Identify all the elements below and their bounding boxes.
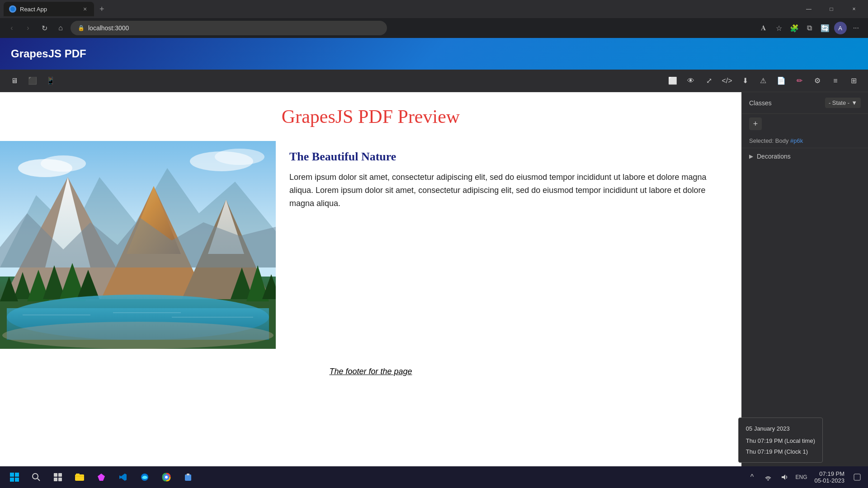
panel-header: Classes - State - ▼ [742, 92, 868, 114]
taskbar-right: ^ ENG 07:19 PM 05-01-2023 [745, 469, 864, 486]
network-icon[interactable] [761, 470, 775, 484]
svg-point-29 [215, 149, 264, 165]
favorites-icon[interactable]: ☆ [773, 22, 785, 34]
page-footer: The footer for the page [0, 358, 741, 385]
app-header: GrapesJS PDF [0, 38, 868, 70]
svg-point-27 [41, 155, 86, 172]
svg-marker-42 [98, 474, 105, 481]
svg-rect-39 [58, 478, 62, 481]
svg-rect-32 [10, 478, 14, 482]
maximize-btn[interactable]: □ [821, 2, 842, 16]
svg-marker-49 [782, 474, 785, 480]
state-dropdown[interactable]: - State - ▼ [825, 98, 861, 108]
taskbar-clipboard-icon[interactable] [177, 466, 199, 488]
content-body: Lorem ipsum dolor sit amet, consectetur … [289, 171, 728, 210]
svg-rect-37 [58, 473, 62, 477]
start-btn[interactable] [4, 466, 25, 488]
chevron-right-icon: ▶ [749, 153, 753, 160]
volume-icon[interactable] [777, 470, 792, 484]
toolbar-left: 🖥 ⬛ 📱 [7, 74, 58, 88]
read-mode-icon[interactable]: 𝐀 [757, 22, 770, 34]
svg-rect-30 [10, 473, 14, 477]
clock-area[interactable]: 07:19 PM 05-01-2023 [811, 469, 849, 486]
window-controls: — □ × [798, 2, 864, 16]
system-tray-expand-icon[interactable]: ^ [745, 470, 759, 484]
taskbar-file-manager-icon[interactable] [69, 466, 90, 488]
app-title: GrapesJS PDF [11, 47, 86, 60]
tab-close-btn[interactable]: × [81, 5, 89, 13]
selected-info: Selected: Body #p6k [742, 134, 868, 148]
extensions-icon[interactable]: 🧩 [788, 22, 801, 34]
svg-rect-33 [15, 478, 19, 482]
new-tab-btn[interactable]: + [96, 3, 108, 16]
lock-icon: 🔒 [78, 25, 85, 31]
mobile-view-btn[interactable]: 📱 [43, 74, 58, 88]
panel-classes-label: Classes [749, 99, 772, 107]
svg-line-35 [38, 479, 40, 481]
canvas-content: GrapesJS PDF Preview [0, 92, 741, 488]
tab-favicon [9, 5, 16, 13]
svg-rect-47 [187, 474, 189, 475]
svg-rect-31 [15, 473, 19, 477]
datetime-tooltip: 05 January 2023 Thu 07:19 PM (Local time… [738, 418, 823, 463]
tab-title: React App [20, 6, 78, 13]
desktop-view-btn[interactable]: 🖥 [7, 74, 22, 88]
preview-btn[interactable]: 👁 [684, 74, 698, 88]
toolbar-right: ⬜ 👁 ⤢ </> ⬇ ⚠ 📄 ✏ ⚙ ≡ ⊞ [665, 74, 861, 88]
browser-toolbar-icons: 𝐀 ☆ 🧩 ⧉ 🔄 A ··· [757, 22, 863, 34]
taskbar-icons [25, 466, 199, 488]
taskbar-task-view-icon[interactable] [47, 466, 69, 488]
collections-icon[interactable]: ⧉ [803, 22, 816, 34]
editor-toolbar: 🖥 ⬛ 📱 ⬜ 👁 ⤢ </> ⬇ ⚠ 📄 ✏ ⚙ ≡ ⊞ [0, 70, 868, 92]
taskbar-chrome-icon[interactable] [156, 466, 177, 488]
tooltip-line2: Thu 07:19 PM (Clock 1) [746, 446, 815, 457]
add-class-btn[interactable]: + [749, 117, 762, 130]
sync-icon[interactable]: 🔄 [819, 22, 831, 34]
home-btn[interactable]: ⌂ [54, 22, 67, 34]
minimize-btn[interactable]: — [798, 2, 819, 16]
taskbar-search-icon[interactable] [25, 466, 47, 488]
tab-bar: React App × + — □ × [0, 0, 868, 18]
tablet-view-btn[interactable]: ⬛ [25, 74, 40, 88]
language-indicator: ENG [793, 472, 809, 482]
address-input[interactable]: 🔒 localhost:3000 [71, 21, 387, 35]
warning-btn[interactable]: ⚠ [756, 74, 770, 88]
settings-btn[interactable]: ⚙ [810, 74, 825, 88]
tooltip-line1: Thu 07:19 PM (Local time) [746, 436, 815, 446]
notification-icon[interactable] [850, 470, 864, 484]
download-btn[interactable]: ⬇ [738, 74, 752, 88]
content-image [0, 141, 276, 349]
taskbar-gem-icon[interactable] [90, 466, 112, 488]
profile-btn[interactable]: A [834, 22, 847, 34]
refresh-btn[interactable]: ↻ [38, 22, 51, 34]
active-tab[interactable]: React App × [4, 2, 94, 16]
export-btn[interactable]: 📄 [774, 74, 788, 88]
decorations-section[interactable]: ▶ Decorations [742, 148, 868, 164]
svg-rect-38 [54, 478, 57, 481]
close-btn[interactable]: × [844, 2, 864, 16]
blocks-btn[interactable]: ⊞ [846, 74, 861, 88]
svg-rect-36 [54, 473, 57, 477]
svg-rect-46 [185, 474, 191, 481]
taskbar-vscode-icon[interactable] [112, 466, 134, 488]
content-subtitle: The Beautiful Nature [289, 150, 728, 164]
select-btn[interactable]: ⬜ [665, 74, 680, 88]
content-row: The Beautiful Nature Lorem ipsum dolor s… [0, 141, 741, 358]
address-text: localhost:3000 [88, 24, 129, 32]
code-btn[interactable]: </> [720, 74, 734, 88]
back-btn[interactable]: ‹ [5, 22, 18, 34]
forward-btn[interactable]: › [22, 22, 34, 34]
decorations-label: Decorations [757, 153, 791, 160]
svg-point-45 [165, 476, 168, 479]
menu-btn[interactable]: ≡ [828, 74, 843, 88]
svg-rect-41 [76, 474, 80, 475]
pencil-btn[interactable]: ✏ [792, 74, 807, 88]
svg-point-25 [2, 322, 274, 349]
more-btn[interactable]: ··· [849, 22, 863, 34]
taskbar: ^ ENG 07:19 PM 05-01-2023 [0, 466, 868, 488]
taskbar-edge-icon[interactable] [134, 466, 156, 488]
svg-rect-40 [75, 474, 84, 481]
fullscreen-btn[interactable]: ⤢ [702, 74, 716, 88]
tooltip-date: 05 January 2023 [746, 423, 815, 434]
svg-point-34 [33, 474, 38, 479]
